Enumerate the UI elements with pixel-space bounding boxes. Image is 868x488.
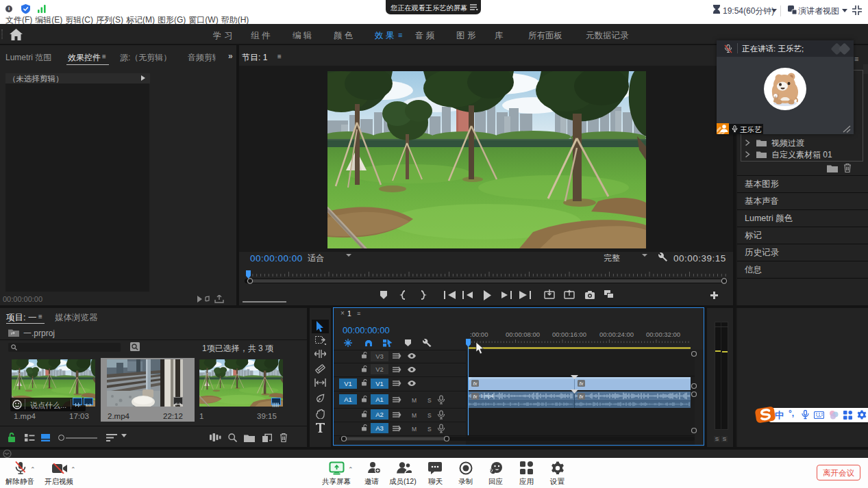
svg-text:×: × bbox=[340, 309, 345, 317]
svg-text:S: S bbox=[427, 397, 432, 404]
svg-text:V3: V3 bbox=[375, 352, 384, 360]
svg-text:V2: V2 bbox=[375, 365, 384, 373]
svg-text:M: M bbox=[412, 412, 417, 419]
svg-text:fx: fx bbox=[579, 381, 584, 387]
svg-text:A2: A2 bbox=[375, 411, 384, 418]
svg-text:00:00:24:00: 00:00:24:00 bbox=[599, 331, 634, 338]
svg-text:fx: fx bbox=[579, 394, 584, 400]
svg-text:c: c bbox=[775, 94, 777, 99]
svg-text:S: S bbox=[427, 412, 432, 419]
svg-text:A1: A1 bbox=[344, 396, 352, 403]
svg-text:S: S bbox=[427, 426, 432, 433]
svg-text:fx: fx bbox=[473, 394, 478, 400]
svg-text:≡: ≡ bbox=[357, 310, 360, 317]
svg-text:A3: A3 bbox=[375, 424, 384, 432]
svg-text:M: M bbox=[412, 397, 417, 404]
svg-text:1: 1 bbox=[347, 309, 351, 318]
svg-text:fx: fx bbox=[473, 381, 478, 387]
svg-text:V1: V1 bbox=[375, 380, 384, 387]
svg-text:V1: V1 bbox=[344, 380, 352, 387]
svg-text:M: M bbox=[412, 426, 417, 433]
svg-text:00:00:00:00: 00:00:00:00 bbox=[343, 325, 390, 335]
svg-text:1.mp4: 1.mp4 bbox=[480, 394, 494, 399]
svg-text:00:00:16:00: 00:00:16:00 bbox=[552, 331, 586, 338]
svg-text:00:00:08:00: 00:00:08:00 bbox=[506, 331, 540, 338]
svg-text:00:00:32:00: 00:00:32:00 bbox=[646, 331, 680, 338]
svg-text:A1: A1 bbox=[375, 396, 384, 403]
svg-text::00:00: :00:00 bbox=[470, 331, 488, 338]
